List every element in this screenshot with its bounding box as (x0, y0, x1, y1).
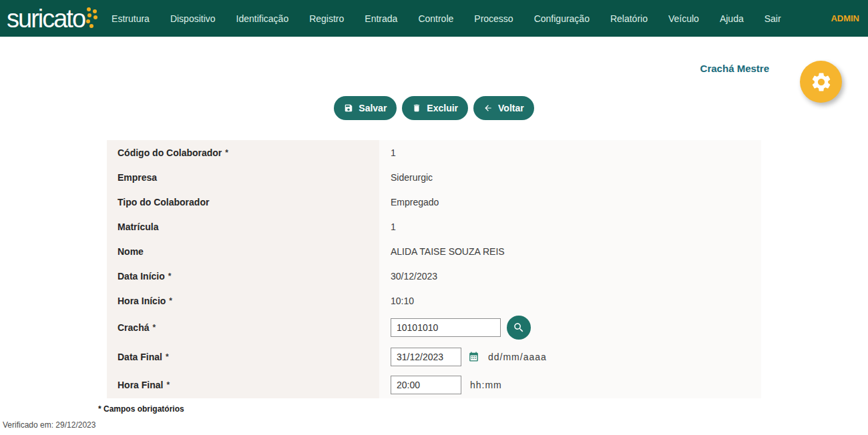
nav-user-admin[interactable]: ADMIN (831, 13, 859, 23)
app-logo[interactable]: suricato (7, 2, 101, 35)
field-value: hh:mm (379, 371, 761, 398)
gear-icon (810, 71, 833, 93)
action-toolbar: Salvar Excluir Voltar (0, 96, 868, 120)
form-row-hora-inicio: Hora Início* 10:10 (107, 288, 761, 313)
nav-item-controle[interactable]: Controle (418, 13, 453, 24)
back-button[interactable]: Voltar (473, 96, 534, 120)
delete-button[interactable]: Excluir (402, 96, 468, 120)
form-row-tipo-colaborador: Tipo do Colaborador Empregado (107, 189, 761, 214)
nav-item-ajuda[interactable]: Ajuda (720, 13, 744, 24)
nav-item-registro[interactable]: Registro (309, 13, 344, 24)
delete-button-label: Excluir (427, 103, 458, 113)
field-value: dd/mm/aaaa (379, 342, 761, 371)
save-button-label: Salvar (359, 103, 387, 113)
search-badge-button[interactable] (507, 316, 531, 340)
field-label: Data Final* (107, 342, 379, 371)
field-value: 30/12/2023 (379, 264, 761, 288)
required-asterisk: * (166, 352, 169, 362)
field-label: Código do Colaborador* (107, 140, 379, 165)
nav-item-relatorio[interactable]: Relatório (610, 13, 648, 24)
trash-icon (412, 103, 421, 113)
field-value: 10:10 (379, 288, 761, 313)
form-row-matricula: Matrícula 1 (107, 214, 761, 239)
nav-item-configuracao[interactable]: Configuração (534, 13, 590, 24)
nav-menu: Estrutura Dispositivo Identificação Regi… (112, 13, 781, 24)
field-value (379, 313, 761, 342)
field-label: Crachá* (107, 313, 379, 342)
time-format-hint: hh:mm (470, 380, 502, 390)
hora-final-input[interactable] (391, 376, 461, 394)
required-asterisk: * (169, 296, 172, 306)
field-value: Empregado (379, 189, 761, 214)
nav-item-identificacao[interactable]: Identificação (236, 13, 289, 24)
nav-item-entrada[interactable]: Entrada (365, 13, 397, 24)
form-row-nome: Nome ALIDA TAISE SOUZA REIS (107, 239, 761, 264)
required-asterisk: * (168, 272, 172, 281)
form-row-empresa: Empresa Siderurgic (107, 165, 761, 189)
field-label: Nome (107, 239, 379, 264)
verified-footer: Verificado em: 29/12/2023 (3, 420, 95, 430)
form-row-data-inicio: Data Início* 30/12/2023 (107, 264, 761, 288)
logo-text: suricato (7, 2, 85, 35)
form-row-cracha: Crachá* (107, 313, 761, 342)
required-asterisk: * (166, 380, 170, 390)
field-value: ALIDA TAISE SOUZA REIS (379, 239, 761, 264)
form-row-hora-final: Hora Final* hh:mm (107, 371, 761, 398)
search-icon (513, 322, 525, 334)
field-label: Matrícula (107, 214, 379, 239)
top-nav: suricato Estrutura Dispositivo Identific… (0, 0, 868, 37)
field-label: Tipo do Colaborador (107, 189, 379, 214)
back-button-label: Voltar (498, 103, 524, 113)
save-button[interactable]: Salvar (334, 96, 397, 120)
field-label: Data Início* (107, 264, 379, 288)
nav-item-sair[interactable]: Sair (765, 13, 781, 24)
save-icon (344, 103, 353, 113)
cracha-input[interactable] (391, 318, 501, 337)
required-fields-note: * Campos obrigatórios (98, 404, 184, 414)
form-row-data-final: Data Final* dd/mm/aaaa (107, 342, 761, 371)
calendar-icon[interactable] (468, 351, 479, 362)
field-value: 1 (379, 214, 761, 239)
required-asterisk: * (225, 148, 228, 157)
nav-item-dispositivo[interactable]: Dispositivo (170, 13, 216, 24)
nav-item-estrutura[interactable]: Estrutura (112, 13, 150, 24)
required-asterisk: * (152, 323, 156, 332)
date-format-hint: dd/mm/aaaa (488, 352, 547, 362)
field-label: Hora Final* (107, 371, 379, 398)
logo-dots-icon (86, 5, 101, 34)
field-value: Siderurgic (379, 165, 761, 189)
page-title: Crachá Mestre (700, 63, 769, 74)
field-value: 1 (379, 140, 761, 165)
master-badge-form: Código do Colaborador* 1 Empresa Siderur… (107, 140, 761, 398)
form-row-codigo-colaborador: Código do Colaborador* 1 (107, 140, 761, 165)
field-label: Hora Início* (107, 288, 379, 313)
nav-item-processo[interactable]: Processo (474, 13, 513, 24)
data-final-input[interactable] (391, 348, 461, 366)
field-label: Empresa (107, 165, 379, 189)
nav-item-veiculo[interactable]: Veículo (668, 13, 699, 24)
arrow-left-icon (483, 103, 493, 113)
